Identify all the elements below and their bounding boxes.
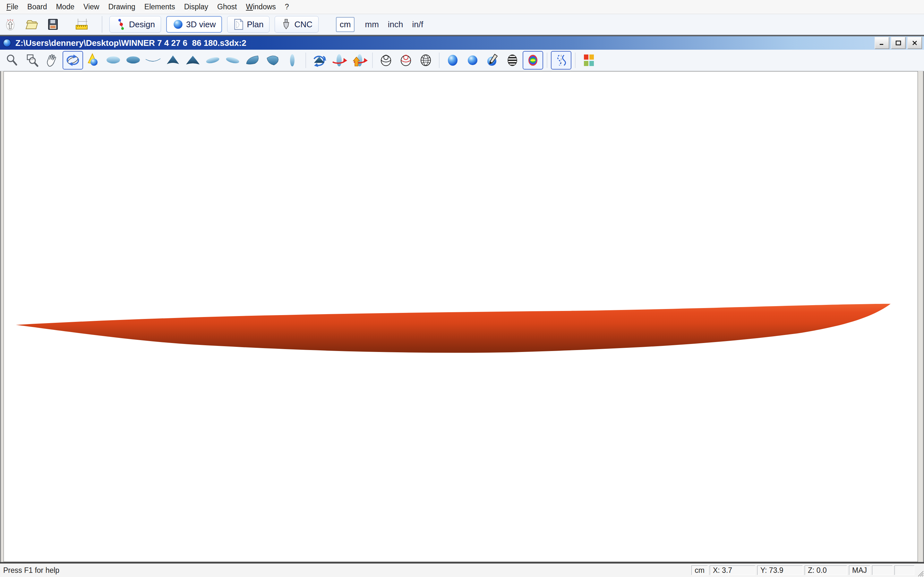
status-cell-empty [872, 566, 893, 575]
zoom-window-icon[interactable] [23, 52, 42, 68]
zebra-stripes-view-icon[interactable] [503, 52, 522, 68]
perspective-view-right-icon[interactable] [223, 52, 242, 68]
menu-board[interactable]: Board [23, 1, 51, 13]
unit-inch[interactable]: inch [388, 19, 403, 29]
plan-mode-button[interactable]: Plan [227, 16, 270, 33]
cnc-bit-icon [281, 18, 292, 31]
toolbar-separator [547, 53, 548, 68]
texture-paint-icon[interactable] [483, 52, 502, 68]
status-keyboard-indicator: MAJ [849, 566, 870, 575]
document-title: Z:\Users\dennery\Desktop\WINNER 7 4 27 6… [15, 38, 873, 48]
design-label: Design [129, 19, 155, 29]
maximize-button[interactable] [891, 37, 906, 49]
rotate-3d-icon[interactable] [63, 51, 83, 69]
pan-hand-icon[interactable] [43, 52, 62, 68]
canvas-frame [0, 71, 924, 562]
three-quarter-view-right-icon[interactable] [263, 52, 282, 68]
menu-help[interactable]: ? [280, 1, 294, 13]
design-nodes-icon [115, 18, 126, 31]
symmetry-compare-icon[interactable] [551, 51, 572, 69]
front-view-icon[interactable] [283, 52, 302, 68]
3d-view-mode-button[interactable]: 3D view [166, 16, 222, 33]
nose-view-icon[interactable] [183, 52, 202, 68]
unit-mm[interactable]: mm [365, 19, 379, 29]
units-selector: cm mm inch in/f [336, 17, 428, 32]
view-toolbar [0, 50, 924, 71]
bottom-view-icon[interactable] [124, 52, 143, 68]
3d-viewport[interactable] [3, 71, 918, 562]
three-quarter-view-left-icon[interactable] [243, 52, 262, 68]
application-window: File Board Mode View Drawing Elements Di… [0, 0, 924, 577]
cnc-mode-button[interactable]: CNC [275, 16, 318, 33]
toolbar-separator [575, 53, 575, 68]
plan-sheet-icon [233, 18, 244, 31]
curvature-map-view-icon[interactable] [523, 51, 543, 69]
toolbar-separator [305, 53, 306, 68]
zoom-icon[interactable] [3, 52, 22, 68]
menu-mode[interactable]: Mode [51, 1, 79, 13]
app-sphere-icon [2, 38, 12, 48]
toolbar-separator [372, 53, 373, 68]
3d-view-label: 3D view [186, 19, 216, 29]
save-icon[interactable] [45, 17, 61, 32]
unit-cm[interactable]: cm [336, 17, 355, 32]
resize-grip[interactable] [916, 566, 924, 577]
close-button[interactable] [907, 37, 922, 49]
status-z-coordinate: Z: 0.0 [804, 566, 847, 575]
flip-board-icon[interactable] [349, 52, 368, 68]
status-x-coordinate: X: 3.7 [710, 566, 755, 575]
wireframe-slices-icon[interactable] [396, 52, 415, 68]
status-cell-empty [895, 566, 914, 575]
spin-board-icon[interactable] [330, 52, 349, 68]
wireframe-view-icon[interactable] [376, 52, 396, 68]
dimensions-ruler-icon[interactable] [74, 17, 89, 32]
toolbar-separator [439, 53, 439, 68]
menu-windows[interactable]: Windows [241, 1, 280, 13]
main-toolbar: Design 3D view Plan CNC [0, 14, 924, 35]
menu-drawing[interactable]: Drawing [103, 1, 140, 13]
new-board-icon[interactable] [3, 17, 18, 32]
open-folder-icon[interactable] [24, 17, 39, 32]
menu-file[interactable]: File [2, 1, 23, 13]
sphere-icon [173, 19, 184, 30]
light-icon[interactable] [84, 52, 103, 68]
document-titlebar[interactable]: Z:\Users\dennery\Desktop\WINNER 7 4 27 6… [0, 35, 924, 50]
design-mode-button[interactable]: Design [110, 16, 161, 33]
mesh-view-icon[interactable] [416, 52, 435, 68]
side-view-icon[interactable] [144, 52, 163, 68]
rotate-animation-icon[interactable] [310, 52, 329, 68]
deck-view-icon[interactable] [103, 52, 123, 68]
toolbar-separator [102, 16, 102, 33]
menu-ghost[interactable]: Ghost [213, 1, 241, 13]
menu-view[interactable]: View [79, 1, 103, 13]
solid-view-icon[interactable] [443, 52, 462, 68]
tail-view-icon[interactable] [163, 52, 183, 68]
status-bar: Press F1 for help cm X: 3.7 Y: 73.9 Z: 0… [0, 562, 924, 577]
perspective-view-left-icon[interactable] [203, 52, 222, 68]
shaded-view-icon[interactable] [463, 52, 482, 68]
menu-display[interactable]: Display [180, 1, 213, 13]
minimize-button[interactable] [875, 37, 889, 49]
unit-inf[interactable]: in/f [412, 19, 423, 29]
status-help-text: Press F1 for help [3, 566, 690, 575]
cnc-label: CNC [294, 19, 312, 29]
surfboard-3d-render[interactable] [4, 71, 918, 562]
color-tiles-icon[interactable] [579, 52, 598, 68]
menu-bar: File Board Mode View Drawing Elements Di… [0, 0, 924, 14]
status-y-coordinate: Y: 73.9 [757, 566, 803, 575]
status-unit: cm [691, 566, 708, 575]
menu-elements[interactable]: Elements [140, 1, 180, 13]
plan-label: Plan [247, 19, 263, 29]
